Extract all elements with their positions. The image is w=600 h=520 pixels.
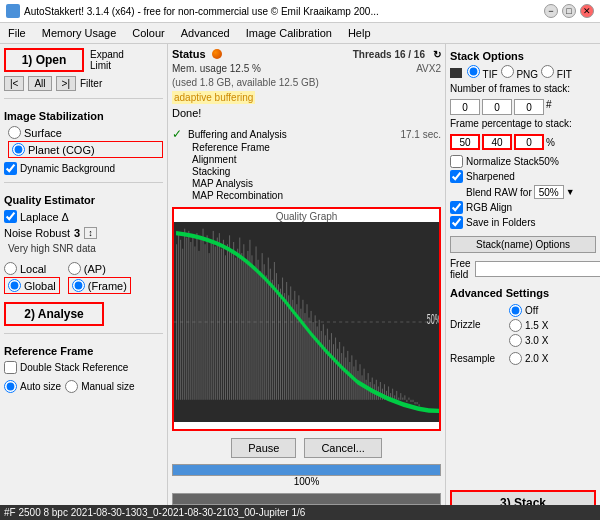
- snr-label: Very high SNR data: [8, 243, 163, 254]
- frame-radio[interactable]: [72, 279, 85, 292]
- auto-size-radio[interactable]: [4, 380, 17, 393]
- status-bar: #F 2500 8 bpc 2021-08-30-1303_0-2021-08-…: [0, 505, 600, 520]
- drizzle-30-row[interactable]: 3.0 X: [509, 334, 548, 347]
- drizzle-30-radio[interactable]: [509, 334, 522, 347]
- png-radio-row[interactable]: PNG: [501, 65, 538, 80]
- nav-first-button[interactable]: |<: [4, 76, 24, 91]
- svg-rect-34: [241, 253, 242, 400]
- nav-all-button[interactable]: All: [28, 76, 51, 91]
- menu-help[interactable]: Help: [346, 26, 373, 40]
- local-radio[interactable]: [4, 262, 17, 275]
- manual-size-radio[interactable]: [65, 380, 78, 393]
- frames-input-1[interactable]: [482, 99, 512, 115]
- process-row-1: Reference Frame: [172, 142, 441, 153]
- cancel-button[interactable]: Cancel...: [304, 438, 381, 458]
- dynamic-bg-checkbox[interactable]: [4, 162, 17, 175]
- svg-rect-68: [311, 311, 312, 400]
- laplace-row[interactable]: Laplace Δ: [4, 210, 163, 223]
- svg-rect-84: [343, 346, 344, 399]
- planet-radio[interactable]: [12, 143, 25, 156]
- refresh-icon[interactable]: ↻: [433, 49, 441, 60]
- svg-rect-45: [264, 264, 265, 400]
- global-radio[interactable]: [8, 279, 21, 292]
- svg-rect-82: [339, 342, 340, 400]
- auto-size-radio-row[interactable]: Auto size: [4, 380, 61, 393]
- menu-colour[interactable]: Colour: [130, 26, 166, 40]
- tif-radio[interactable]: [467, 65, 480, 78]
- minimize-button[interactable]: −: [544, 4, 558, 18]
- surface-radio-row[interactable]: Surface: [8, 126, 163, 139]
- frame-pct-input-1[interactable]: [482, 134, 512, 150]
- rgb-align-row[interactable]: RGB Align: [450, 201, 596, 214]
- drizzle-15-label: 1.5 X: [525, 320, 548, 331]
- frame-label: (Frame): [88, 280, 127, 292]
- svg-rect-79: [333, 344, 334, 400]
- drizzle-15-radio[interactable]: [509, 319, 522, 332]
- quality-title: Quality Estimator: [4, 194, 163, 206]
- fit-radio[interactable]: [541, 65, 554, 78]
- ap-radio-row[interactable]: (AP): [68, 262, 131, 275]
- svg-rect-49: [272, 280, 273, 400]
- double-stack-checkbox[interactable]: [4, 361, 17, 374]
- sharpened-checkbox[interactable]: [450, 170, 463, 183]
- global-radio-row[interactable]: Global: [4, 277, 60, 294]
- resample-20-radio[interactable]: [509, 352, 522, 365]
- dynamic-bg-row[interactable]: Dynamic Background: [4, 162, 163, 175]
- maximize-button[interactable]: □: [562, 4, 576, 18]
- fit-radio-row[interactable]: FIT: [541, 65, 572, 80]
- free-field-input[interactable]: [475, 261, 600, 277]
- stack-name-button[interactable]: Stack(name) Options: [450, 236, 596, 253]
- svg-rect-62: [298, 295, 299, 399]
- svg-rect-43: [260, 271, 261, 400]
- svg-rect-2: [176, 244, 177, 400]
- svg-rect-60: [294, 291, 295, 400]
- normalize-row[interactable]: Normalize Stack50%: [450, 155, 596, 168]
- local-radio-row[interactable]: Local: [4, 262, 60, 275]
- frame-pct-input-0[interactable]: [450, 134, 480, 150]
- menu-calibration[interactable]: Image Calibration: [244, 26, 334, 40]
- frames-input-0[interactable]: [450, 99, 480, 115]
- noise-icon[interactable]: ↕: [84, 227, 97, 239]
- svg-rect-24: [221, 249, 222, 400]
- drizzle-off-row[interactable]: Off: [509, 304, 548, 317]
- svg-rect-59: [292, 300, 293, 400]
- drizzle-off-radio[interactable]: [509, 304, 522, 317]
- ap-radio[interactable]: [68, 262, 81, 275]
- svg-rect-111: [398, 398, 399, 400]
- resample-20-row[interactable]: 2.0 X: [509, 352, 548, 365]
- sharpened-row[interactable]: Sharpened: [450, 170, 596, 183]
- tif-radio-row[interactable]: TIF: [467, 65, 498, 80]
- open-button[interactable]: 1) Open: [4, 48, 84, 72]
- frame-radio-row[interactable]: (Frame): [68, 277, 131, 294]
- rgb-align-checkbox[interactable]: [450, 201, 463, 214]
- save-folders-checkbox[interactable]: [450, 216, 463, 229]
- blend-input[interactable]: [534, 185, 564, 199]
- menu-advanced[interactable]: Advanced: [179, 26, 232, 40]
- svg-rect-3: [178, 233, 179, 400]
- save-folders-row[interactable]: Save in Folders: [450, 216, 596, 229]
- analyse-button[interactable]: 2) Analyse: [4, 302, 104, 326]
- frame-pct-input-2[interactable]: [514, 134, 544, 150]
- process-row-2: Alignment: [172, 154, 441, 165]
- nav-last-button[interactable]: >|: [56, 76, 76, 91]
- double-stack-row[interactable]: Double Stack Reference: [4, 361, 163, 374]
- tif-label: TIF: [483, 69, 498, 80]
- process-row-0: ✓ Buffering and Analysis 17.1 sec.: [172, 127, 441, 141]
- png-radio[interactable]: [501, 65, 514, 78]
- laplace-checkbox[interactable]: [4, 210, 17, 223]
- svg-rect-35: [243, 244, 244, 400]
- svg-rect-58: [290, 286, 291, 399]
- planet-radio-row[interactable]: Planet (COG): [8, 141, 163, 158]
- frames-input-2[interactable]: [514, 99, 544, 115]
- menu-memory[interactable]: Memory Usage: [40, 26, 119, 40]
- close-button[interactable]: ✕: [580, 4, 594, 18]
- pause-button[interactable]: Pause: [231, 438, 296, 458]
- blend-arrow: ▼: [566, 187, 575, 197]
- drizzle-15-row[interactable]: 1.5 X: [509, 319, 548, 332]
- svg-rect-120: [417, 402, 418, 404]
- normalize-checkbox[interactable]: [450, 155, 463, 168]
- save-folders-label: Save in Folders: [466, 217, 535, 228]
- surface-radio[interactable]: [8, 126, 21, 139]
- menu-file[interactable]: File: [6, 26, 28, 40]
- manual-size-radio-row[interactable]: Manual size: [65, 380, 134, 393]
